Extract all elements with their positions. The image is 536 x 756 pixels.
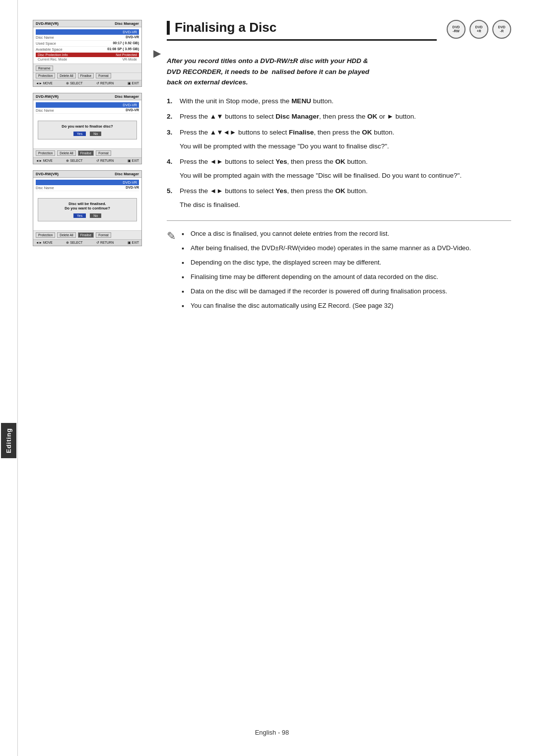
- top-section: ▶ DVD-RW(VR) Disc Manager DVD-VR Disc Na…: [33, 20, 511, 315]
- screen-2-dialog-buttons: Yes No: [40, 132, 134, 136]
- disc-icons-group: DVD -RW DVD +R DVD -R: [447, 20, 511, 39]
- delete-all-btn-1: Delete All: [57, 73, 75, 78]
- protection-btn-2: Protection: [36, 150, 55, 156]
- screen-1-header: DVD-RW(VR) Disc Manager: [33, 20, 141, 27]
- screen-3-footer: ◄► MOVE ⊕ SELECT ↺ RETURN ▣ EXIT: [33, 239, 141, 246]
- screen-2-header-left: DVD-RW(VR): [36, 94, 59, 99]
- screen-1-disc-name: DVD-VR: [36, 29, 139, 35]
- page-footer: English - 98: [33, 709, 511, 736]
- finalise-btn-1: Finalise: [78, 73, 94, 78]
- screen-panel-2: DVD-RW(VR) Disc Manager DVD-VR Disc Name…: [33, 93, 142, 164]
- screen-1-row-available: Available Space 01:08 SP ( 3.95 GB): [36, 47, 139, 53]
- protection-btn-1: Protection: [36, 73, 55, 78]
- screen-1-protection: Disc Protection Info Not Protected: [36, 53, 139, 57]
- screen-3-toolbar: Protection Delete All Finalise Format: [33, 230, 141, 239]
- screen-3-row-discname: Disc Name DVD-VR: [36, 185, 139, 191]
- step-5: 5. Press the ◄► buttons to select Yes, t…: [167, 186, 511, 210]
- screen-3-header: DVD-RW(VR) Disc Manager: [33, 171, 141, 178]
- intro-text: After you record titles onto a DVD-RW/±R…: [167, 56, 511, 88]
- step-4: 4. Press the ◄► buttons to select Yes, t…: [167, 156, 511, 181]
- rename-btn: Rename: [36, 66, 53, 71]
- finalise-btn-3: Finalise: [78, 232, 94, 238]
- screen-1-row-used: Used Space 00:17 ( 0.92 GB): [36, 41, 139, 47]
- delete-all-btn-3: Delete All: [57, 232, 75, 238]
- step-1: 1. With the unit in Stop mode, press the…: [167, 96, 511, 107]
- screen-3-no-btn: No: [90, 213, 101, 218]
- screen-2-header-right: Disc Manager: [115, 94, 139, 99]
- screen-panel-1: DVD-RW(VR) Disc Manager DVD-VR Disc Name…: [33, 20, 142, 87]
- disc-icon-dvd-r: DVD -R: [492, 20, 511, 39]
- screen-2-disc-name: DVD-VR: [36, 102, 139, 108]
- title-and-icons: Finalising a Disc DVD -RW DVD +R DVD: [167, 20, 511, 41]
- format-btn-3: Format: [96, 232, 111, 238]
- editing-tab: Editing: [1, 423, 16, 458]
- screen-1-recmode: Current Rec. Mode VR-Mode: [36, 57, 139, 62]
- screen-2-footer: ◄► MOVE ⊕ SELECT ↺ RETURN ▣ EXIT: [33, 157, 141, 164]
- disc-icon-dvd-r-plus: DVD +R: [469, 20, 488, 39]
- screen-1-toolbar: Rename: [33, 64, 141, 72]
- steps-list: 1. With the unit in Stop mode, press the…: [167, 96, 511, 210]
- screen-2-body: DVD-VR Disc Name DVD-VR Do you want to f…: [33, 100, 141, 148]
- note-5: ▪ Data on the disc will be damaged if th…: [182, 286, 511, 297]
- footer-text: English - 98: [255, 729, 289, 736]
- format-btn-2: Format: [96, 150, 111, 156]
- screen-1-footer: ◄► MOVE ⊕ SELECT ↺ RETURN ▣ EXIT: [33, 80, 141, 86]
- note-1: ▪ Once a disc is finalised, you cannot d…: [182, 229, 511, 239]
- screen-2-dialog-title: Do you want to finalise disc?: [40, 124, 134, 129]
- screen-2-no-btn: No: [90, 132, 101, 136]
- screen-2-yes-btn: Yes: [73, 132, 86, 136]
- screen-1-toolbar2: Protection Delete All Finalise Format: [33, 72, 141, 80]
- screen-3-header-left: DVD-RW(VR): [36, 172, 59, 176]
- screen-2-toolbar: Protection Delete All Finalise Format: [33, 148, 141, 157]
- screen-3-dialog-title: Disc will be finalised.Do you want to co…: [40, 202, 134, 210]
- finalise-btn-2: Finalise: [78, 150, 94, 156]
- title-bar: Finalising a Disc: [167, 20, 437, 41]
- note-3: ▪ Depending on the disc type, the displa…: [182, 258, 511, 268]
- page-container: Editing ▶ DVD-RW(VR) Disc Manager DVD-VR: [0, 0, 536, 756]
- notes-icon: ✎: [167, 230, 176, 315]
- screen-2-header: DVD-RW(VR) Disc Manager: [33, 93, 141, 100]
- main-content: ▶ DVD-RW(VR) Disc Manager DVD-VR Disc Na…: [18, 0, 536, 756]
- note-6: ▪ You can finalise the disc automaticall…: [182, 301, 511, 311]
- screen-2-row-discname: Disc Name DVD-VR: [36, 108, 139, 114]
- format-btn-1: Format: [96, 73, 111, 78]
- screen-panel-3: DVD-RW(VR) Disc Manager DVD-VR Disc Name…: [33, 170, 142, 246]
- screen-3-dialog-buttons: Yes No: [40, 213, 134, 218]
- disc-icon-dvd-rw: DVD -RW: [447, 20, 466, 39]
- screen-2-dialog: Do you want to finalise disc? Yes No: [38, 121, 137, 139]
- screen-1-header-left: DVD-RW(VR): [36, 21, 59, 26]
- protection-btn-3: Protection: [36, 232, 55, 238]
- screen-3-yes-btn: Yes: [73, 213, 86, 218]
- sidebar: Editing: [0, 0, 18, 756]
- note-2: ▪ After being finalised, the DVD±R/-RW(v…: [182, 243, 511, 254]
- screen-3-header-right: Disc Manager: [115, 172, 139, 176]
- notes-section: ✎ ▪ Once a disc is finalised, you cannot…: [167, 220, 511, 315]
- step-2: 2. Press the ▲▼ buttons to select Disc M…: [167, 111, 511, 122]
- screen-1-row-discname: Disc Name DVD-VR: [36, 35, 139, 41]
- delete-all-btn-2: Delete All: [57, 150, 75, 156]
- page-title: Finalising a Disc: [175, 20, 276, 35]
- screen-3-body: DVD-VR Disc Name DVD-VR Disc will be fin…: [33, 178, 141, 230]
- screen-1-body: DVD-VR Disc Name DVD-VR Used Space 00:17…: [33, 27, 141, 64]
- content-column: Finalising a Disc DVD -RW DVD +R DVD: [167, 20, 511, 315]
- screen-3-disc-name: DVD-VR: [36, 180, 139, 185]
- arrow-indicator: ▶: [153, 47, 161, 59]
- step-3: 3. Press the ▲▼◄► buttons to select Fina…: [167, 127, 511, 151]
- screen-3-dialog: Disc will be finalised.Do you want to co…: [38, 198, 137, 221]
- note-4: ▪ Finalising time may be different depen…: [182, 272, 511, 282]
- notes-list: ▪ Once a disc is finalised, you cannot d…: [182, 229, 511, 315]
- screenshots-column: ▶ DVD-RW(VR) Disc Manager DVD-VR Disc Na…: [33, 20, 152, 315]
- screen-1-header-right: Disc Manager: [115, 21, 139, 26]
- title-accent: [167, 21, 170, 35]
